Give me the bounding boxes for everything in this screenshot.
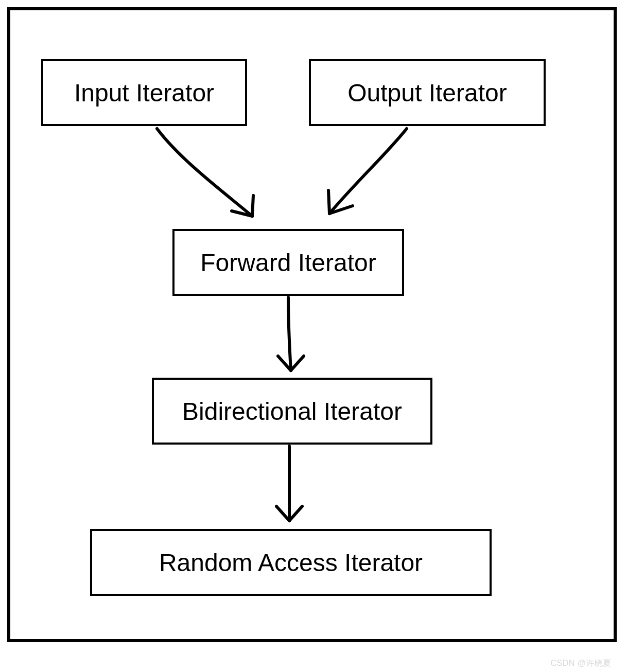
watermark-text: CSDN @许晓夏 [550, 658, 612, 669]
node-forward-iterator: Forward Iterator [172, 229, 404, 296]
node-label: Random Access Iterator [159, 549, 423, 577]
node-label: Forward Iterator [200, 249, 376, 277]
node-input-iterator: Input Iterator [41, 59, 247, 126]
node-output-iterator: Output Iterator [309, 59, 546, 126]
node-label: Input Iterator [74, 79, 214, 107]
node-label: Bidirectional Iterator [182, 397, 402, 426]
node-label: Output Iterator [347, 79, 507, 107]
node-random-access-iterator: Random Access Iterator [90, 529, 492, 596]
node-bidirectional-iterator: Bidirectional Iterator [152, 378, 432, 445]
diagram-canvas: Input Iterator Output Iterator Forward I… [0, 0, 627, 672]
